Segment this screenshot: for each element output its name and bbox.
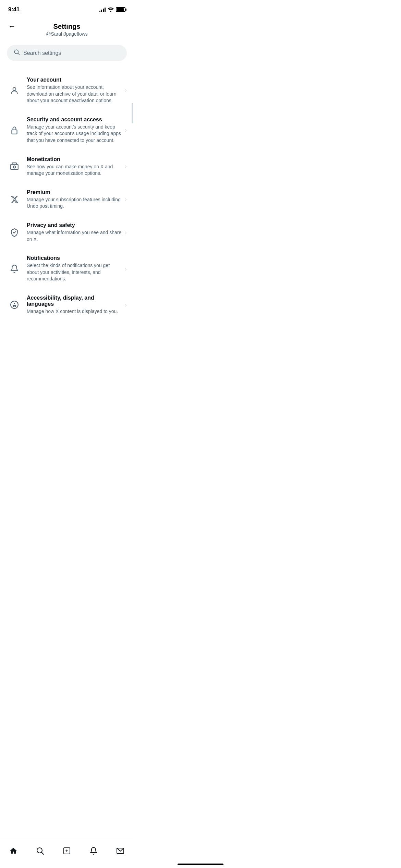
- search-container: Search settings: [0, 42, 134, 68]
- svg-point-6: [11, 301, 18, 309]
- item-content-your-account: Your account See information about your …: [27, 77, 122, 104]
- wifi-icon: [108, 7, 114, 12]
- chevron-icon: ›: [125, 265, 127, 273]
- item-title: Monetization: [27, 156, 122, 162]
- svg-point-2: [13, 87, 16, 91]
- item-content-monetization: Monetization See how you can make money …: [27, 156, 122, 177]
- item-title: Privacy and safety: [27, 222, 122, 228]
- search-bar[interactable]: Search settings: [7, 45, 127, 61]
- svg-point-7: [14, 303, 15, 304]
- settings-item-premium[interactable]: Premium Manage your subscription feature…: [0, 183, 134, 216]
- bell-icon: [7, 261, 22, 276]
- item-title: Accessibility, display, and languages: [27, 295, 122, 307]
- svg-point-5: [13, 166, 16, 168]
- chevron-icon: ›: [125, 87, 127, 94]
- accessibility-icon: [7, 297, 22, 312]
- settings-item-monetization[interactable]: Monetization See how you can make money …: [0, 150, 134, 183]
- signal-icon: [99, 7, 106, 12]
- item-content-premium: Premium Manage your subscription feature…: [27, 189, 122, 210]
- settings-item-privacy[interactable]: Privacy and safety Manage what informati…: [0, 216, 134, 249]
- settings-item-your-account[interactable]: Your account See information about your …: [0, 71, 134, 110]
- item-description: Manage how X content is displayed to you…: [27, 308, 122, 315]
- item-content-security: Security and account access Manage your …: [27, 117, 122, 144]
- page-title: Settings: [53, 23, 81, 31]
- chevron-icon: ›: [125, 301, 127, 309]
- item-title: Your account: [27, 77, 122, 83]
- battery-icon: [116, 7, 125, 12]
- svg-line-1: [18, 53, 19, 55]
- main-content: ← Settings @SarahJpageflows Search setti…: [0, 17, 134, 358]
- item-description: Manage what information you see and shar…: [27, 229, 122, 243]
- header: ← Settings @SarahJpageflows: [0, 17, 134, 42]
- item-title: Premium: [27, 189, 122, 195]
- chevron-icon: ›: [125, 229, 127, 236]
- settings-list: Your account See information about your …: [0, 68, 134, 324]
- item-description: See information about your account, down…: [27, 84, 122, 104]
- x-logo-icon: [7, 192, 22, 207]
- search-placeholder: Search settings: [23, 50, 61, 56]
- item-content-privacy: Privacy and safety Manage what informati…: [27, 222, 122, 243]
- shield-icon: [7, 225, 22, 240]
- item-description: See how you can make money on X and mana…: [27, 164, 122, 177]
- settings-item-security[interactable]: Security and account access Manage your …: [0, 110, 134, 150]
- lock-icon: [7, 123, 22, 138]
- item-description: Manage your account's security and keep …: [27, 124, 122, 144]
- item-content-accessibility: Accessibility, display, and languages Ma…: [27, 295, 122, 315]
- status-icons: [99, 7, 125, 12]
- item-description: Select the kinds of notifications you ge…: [27, 262, 122, 282]
- item-description: Manage your subscription features includ…: [27, 196, 122, 210]
- status-time: 9:41: [8, 6, 20, 13]
- chevron-icon: ›: [125, 126, 127, 134]
- svg-rect-3: [12, 130, 17, 134]
- item-title: Security and account access: [27, 117, 122, 123]
- status-bar: 9:41: [0, 0, 134, 17]
- svg-rect-4: [11, 164, 18, 169]
- item-content-notifications: Notifications Select the kinds of notifi…: [27, 255, 122, 282]
- person-icon: [7, 83, 22, 98]
- back-button[interactable]: ←: [7, 21, 17, 32]
- search-icon: [14, 49, 20, 57]
- settings-item-accessibility[interactable]: Accessibility, display, and languages Ma…: [0, 289, 134, 321]
- money-icon: [7, 159, 22, 174]
- chevron-icon: ›: [125, 196, 127, 203]
- chevron-icon: ›: [125, 163, 127, 170]
- item-title: Notifications: [27, 255, 122, 261]
- username-subtitle: @SarahJpageflows: [46, 31, 88, 37]
- settings-item-notifications[interactable]: Notifications Select the kinds of notifi…: [0, 249, 134, 289]
